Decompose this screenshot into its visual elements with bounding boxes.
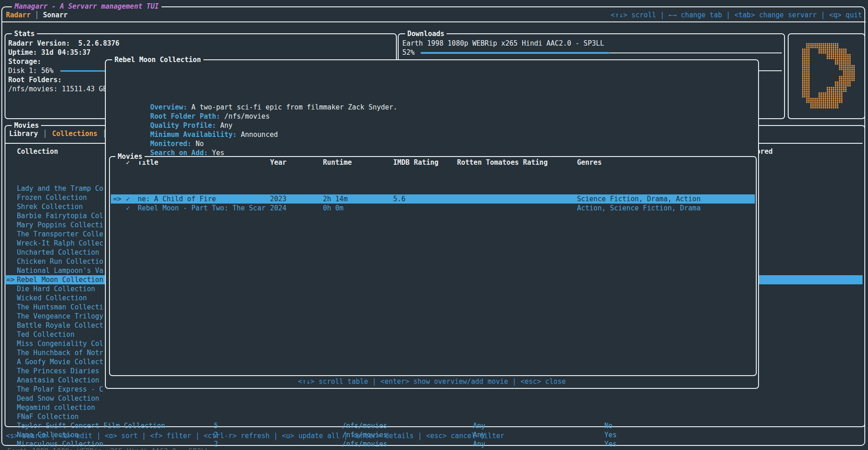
servarr-tab-bar: Radarr │ Sonarr: [6, 10, 68, 20]
stats-uptime: Uptime: 31d 04:35:37: [8, 48, 91, 57]
collection-movie-count: 2: [214, 440, 218, 449]
download-gauge-track: [609, 52, 782, 53]
stats-panel-title: Stats: [12, 29, 37, 38]
bottom-keybinds: <s> search | <e> edit | <o> sort | <f> f…: [6, 431, 504, 440]
collection-name: Die Hard Collection: [17, 284, 95, 293]
movie-genres: Action, Science Fiction, Drama: [577, 204, 701, 213]
modal-fields: Overview:A two-part sci-fi epic from fil…: [109, 66, 397, 148]
modal-field-row: Overview:A two-part sci-fi epic from fil…: [109, 94, 397, 103]
collection-name: Megamind collection: [17, 403, 95, 412]
collection-name: Frozen Collection: [17, 193, 87, 202]
collection-row[interactable]: FNaF Collection: [5, 412, 863, 421]
tab-collections[interactable]: Collections: [52, 129, 97, 138]
collection-root-folder: /nfs/movies: [342, 421, 387, 430]
collection-name: FNaF Collection: [17, 412, 78, 421]
collection-row[interactable]: Taylor Swift Concert Film Collection 5 /…: [5, 421, 863, 430]
modal-title: Rebel Moon Collection: [112, 55, 203, 64]
movie-runtime: 2h 14m: [323, 194, 348, 204]
collection-name: A Goofy Movie Collect: [17, 357, 104, 366]
collection-name: The Polar Express - C: [17, 385, 104, 394]
stats-disk-line: Disk 1: 56%: [8, 66, 53, 75]
movies-header-genres: Genres: [577, 158, 602, 167]
movies-header-imdb: IMDB Rating: [393, 158, 438, 167]
collection-movie-count: 5: [214, 421, 218, 430]
movie-imdb-rating: 5.6: [393, 194, 405, 204]
collection-name: The Princess Diaries: [17, 366, 99, 376]
collections-header-collection: Collection: [17, 147, 58, 156]
modal-field-row: Minimum Availability:Announced: [109, 121, 397, 130]
collection-name: Dead Snow Collection: [17, 394, 99, 403]
stats-rootfolders-label: Root Folders:: [8, 75, 62, 84]
download-item-title: Earth 1998 1080p WEBRip x265 Hindi AAC2.…: [402, 39, 604, 48]
modal-field-row: Root Folder Path:/nfs/movies: [109, 103, 397, 112]
collection-quality-profile: Any: [473, 421, 485, 430]
collection-name: Battle Royale Collect: [17, 321, 104, 330]
modal-field-row: Monitored:No: [109, 130, 397, 139]
managarr-logo: [798, 43, 855, 109]
movie-title: Rebel Moon - Part Two: The Scar: [138, 204, 265, 213]
global-keybinds: <↑↓> scroll | ←→ change tab | <tab> chan…: [611, 10, 862, 20]
collection-name: Wicked Collection: [17, 293, 87, 303]
modal-movies-table: => ✓ ne: A Child of Fire 2023 2h 14m 5.6…: [111, 167, 755, 213]
modal-movies-subpanel: Movies ✓ Title Year Runtime IMDB Rating …: [109, 156, 757, 376]
downloads-panel-title: Downloads: [405, 29, 447, 38]
modal-keybinds: <↑↓> scroll table | <enter> show overvie…: [106, 377, 758, 386]
stats-rootfolder-line: /nfs/movies: 11511.43 GB: [8, 84, 107, 94]
collection-name: Shrek Collection: [17, 202, 83, 211]
collection-search-on-add: No: [604, 421, 613, 430]
disk-usage-gauge: [60, 70, 105, 72]
movie-runtime: 0h 0m: [323, 204, 343, 213]
collection-name: Barbie Fairytopia Col: [17, 211, 104, 220]
movie-row[interactable]: => ✓ ne: A Child of Fire 2023 2h 14m 5.6…: [111, 194, 755, 204]
tabs-separator-left: [5, 143, 105, 144]
collection-name: The Huntsman Collecti: [17, 303, 104, 312]
collection-name: Lady and the Tramp Co: [17, 184, 104, 193]
movies-tab-bar: Library │ Collections │: [9, 129, 107, 138]
clipped-terminal-line: Earth 1998 1080p WEBRip x265 Hindi AAC2.…: [7, 447, 209, 450]
tabs-separator-right: [757, 143, 863, 144]
tab-radarr[interactable]: Radarr: [6, 10, 31, 20]
download-gauge-filled: [421, 52, 609, 54]
tab-divider: │: [35, 10, 39, 20]
movies-panel-title: Movies: [12, 121, 41, 130]
collection-details-modal: Rebel Moon Collection Overview:A two-par…: [105, 59, 759, 389]
download-percent-label: 52%: [402, 48, 415, 57]
tab-library[interactable]: Library: [9, 129, 38, 138]
modal-movies-title: Movies: [115, 152, 145, 161]
tab-sonarr[interactable]: Sonarr: [43, 10, 68, 20]
collection-name: National Lampoon's Va: [17, 266, 104, 275]
logo-panel: [788, 33, 865, 119]
modal-field-row: Quality Profile:Any: [109, 112, 397, 121]
collection-name: Uncharted Collection: [17, 248, 99, 257]
collection-name: Taylor Swift Concert Film Collection: [17, 421, 165, 430]
movies-header-rt: Rotten Tomatoes Rating: [457, 158, 548, 167]
selection-prefix: =>: [113, 194, 121, 204]
monitored-check-icon: ✓: [126, 204, 130, 213]
collection-search-on-add: Yes: [604, 440, 617, 449]
managarr-tui-screen: Managarr - A Servarr management TUI Rada…: [0, 0, 868, 450]
movies-header-year: Year: [270, 158, 286, 167]
monitored-check-icon: ✓: [126, 194, 130, 204]
download-gauge-fragment: [759, 70, 782, 71]
collection-root-folder: /nfs/movies: [342, 440, 387, 449]
movie-year: 2024: [270, 204, 286, 213]
app-title: Managarr - A Servarr management TUI: [12, 2, 161, 11]
movie-title: ne: A Child of Fire: [138, 194, 216, 204]
collection-name: The Transporter Colle: [17, 230, 104, 239]
movie-year: 2023: [270, 194, 286, 204]
stats-version: Radarr Version: 5.2.6.8376: [8, 39, 120, 48]
collection-name: Rebel Moon Collection: [17, 275, 104, 284]
collection-name: The Vengeance Trilogy: [17, 312, 104, 321]
collection-name: Chicken Run Collectio: [17, 257, 104, 266]
stats-storage-label: Storage:: [8, 57, 41, 66]
collection-quality-profile: Any: [473, 440, 485, 449]
collection-row[interactable]: Megamind collection: [5, 403, 863, 412]
movie-row[interactable]: ✓ Rebel Moon - Part Two: The Scar 2024 0…: [111, 204, 755, 213]
collection-row[interactable]: Dead Snow Collection: [5, 394, 863, 403]
collection-search-on-add: Yes: [604, 430, 617, 440]
collection-name: Mary Poppins Collecti: [17, 220, 104, 230]
collection-name: Miss Congeniality Col: [17, 339, 104, 348]
collection-name: The Hunchback of Notr: [17, 348, 104, 357]
selection-prefix: =>: [6, 275, 15, 284]
collection-name: Ted Collection: [17, 330, 74, 339]
